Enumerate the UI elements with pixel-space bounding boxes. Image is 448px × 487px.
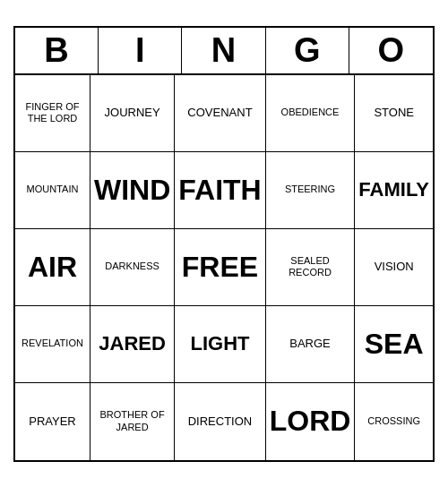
bingo-cell: CROSSING	[355, 383, 433, 460]
cell-text: VISION	[375, 260, 414, 274]
bingo-cell: JARED	[90, 306, 175, 383]
bingo-cell: FREE	[175, 229, 265, 306]
bingo-cell: COVENANT	[175, 75, 265, 152]
cell-text: LIGHT	[190, 332, 249, 355]
bingo-cell: FAMILY	[355, 152, 433, 229]
bingo-cell: LORD	[266, 383, 356, 460]
cell-text: PRAYER	[29, 414, 76, 429]
bingo-header: BINGO	[15, 28, 433, 75]
cell-text: AIR	[28, 250, 77, 284]
cell-text: CROSSING	[367, 415, 420, 427]
cell-text: FREE	[182, 250, 258, 284]
header-letter: O	[349, 28, 433, 73]
bingo-cell: STONE	[355, 75, 433, 152]
bingo-cell: VISION	[355, 229, 433, 306]
bingo-cell: DARKNESS	[90, 229, 175, 306]
bingo-cell: REVELATION	[15, 306, 90, 383]
bingo-cell: DIRECTION	[175, 383, 265, 460]
cell-text: FINGER OF THE LORD	[19, 101, 86, 124]
cell-text: DIRECTION	[188, 414, 253, 429]
bingo-cell: LIGHT	[175, 306, 265, 383]
cell-text: BARGE	[289, 337, 331, 351]
cell-text: JARED	[99, 332, 166, 355]
header-letter: B	[15, 28, 99, 73]
header-letter: G	[266, 28, 349, 73]
cell-text: JOURNEY	[105, 106, 160, 120]
cell-text: SEALED RECORD	[270, 255, 351, 278]
header-letter: N	[182, 28, 265, 73]
cell-text: COVENANT	[187, 106, 252, 120]
cell-text: STONE	[374, 106, 414, 120]
cell-text: SEA	[365, 327, 424, 361]
cell-text: REVELATION	[22, 337, 83, 349]
bingo-cell: STEERING	[266, 152, 356, 229]
cell-text: DARKNESS	[105, 261, 159, 272]
header-letter: I	[99, 28, 182, 73]
bingo-cell: SEALED RECORD	[266, 229, 356, 306]
cell-text: FAITH	[178, 173, 261, 207]
cell-text: FAMILY	[358, 178, 429, 201]
cell-text: BROTHER OF JARED	[94, 409, 170, 432]
bingo-cell: FAITH	[175, 152, 265, 229]
bingo-cell: AIR	[15, 229, 90, 306]
bingo-card: BINGO FINGER OF THE LORDJOURNEYCOVENANTO…	[13, 26, 435, 462]
cell-text: WIND	[94, 173, 170, 207]
cell-text: MOUNTAIN	[27, 184, 79, 195]
bingo-cell: OBEDIENCE	[266, 75, 356, 152]
cell-text: STEERING	[285, 184, 335, 195]
bingo-cell: MOUNTAIN	[15, 152, 90, 229]
bingo-cell: JOURNEY	[90, 75, 175, 152]
bingo-cell: BROTHER OF JARED	[90, 383, 175, 460]
bingo-cell: SEA	[355, 306, 433, 383]
bingo-cell: BARGE	[266, 306, 356, 383]
bingo-cell: FINGER OF THE LORD	[15, 75, 90, 152]
bingo-cell: WIND	[90, 152, 175, 229]
cell-text: LORD	[270, 404, 351, 438]
bingo-grid: FINGER OF THE LORDJOURNEYCOVENANTOBEDIEN…	[15, 75, 433, 460]
cell-text: OBEDIENCE	[281, 107, 340, 118]
bingo-cell: PRAYER	[15, 383, 90, 460]
